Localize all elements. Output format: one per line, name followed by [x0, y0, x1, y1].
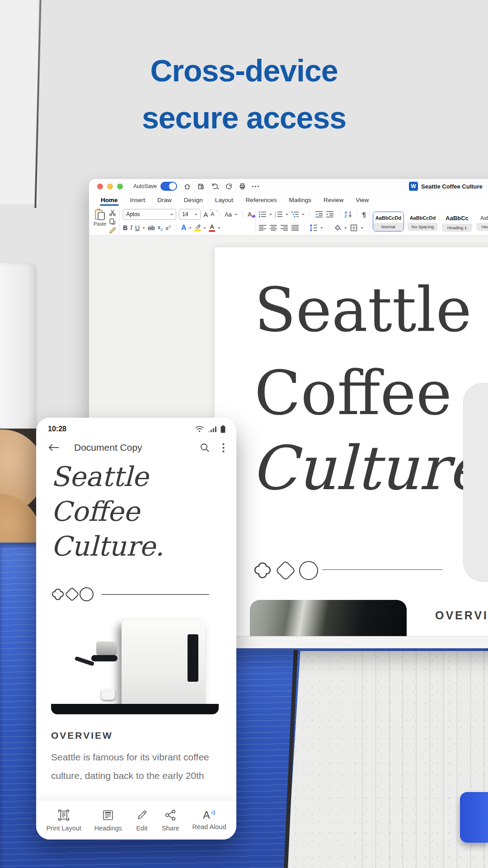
paste-button[interactable]: Paste: [94, 208, 106, 236]
redo-icon[interactable]: [225, 183, 233, 190]
phone-doc-heading-line-3: Culture.: [51, 529, 221, 564]
cellular-signal-icon: [208, 426, 216, 433]
strikethrough-button[interactable]: ab: [148, 224, 155, 231]
coffee-cup: [101, 689, 115, 700]
phone-ornament-shapes: [51, 587, 221, 601]
window-titlebar: AutoSave W Seattle Coffee Culture · S: [89, 179, 488, 193]
superscript-button[interactable]: x2: [165, 224, 171, 231]
autosave-toggle[interactable]: [160, 182, 177, 191]
tab-draw[interactable]: Draw: [157, 197, 172, 203]
more-commands-icon[interactable]: [252, 186, 259, 187]
line-spacing-icon[interactable]: [310, 224, 318, 232]
edit-button[interactable]: Edit: [135, 808, 149, 832]
back-arrow-icon[interactable]: [48, 443, 60, 452]
circle-shape: [80, 587, 94, 601]
divider-line: [322, 569, 442, 570]
shading-icon[interactable]: [333, 224, 342, 232]
tab-home[interactable]: Home: [101, 197, 118, 203]
align-right-icon[interactable]: [280, 224, 288, 232]
text-effects-button[interactable]: A: [181, 224, 187, 232]
document-identity: W Seattle Coffee Culture · S: [409, 179, 488, 193]
phone-bottom-toolbar: Print Layout Headings Edit Share A Read …: [36, 801, 236, 840]
chevron-down-icon: [189, 227, 192, 230]
tab-insert[interactable]: Insert: [130, 197, 145, 203]
font-color-button[interactable]: A: [209, 224, 215, 232]
decrease-indent-icon[interactable]: [315, 210, 323, 218]
font-size-select[interactable]: 14: [179, 209, 201, 220]
chevron-down-icon: [218, 227, 221, 230]
grow-font-button[interactable]: Aˆ: [203, 211, 208, 218]
ribbon: Paste Aptos 14 Aˆ Aˇ Aa: [89, 206, 488, 238]
document-saved-status: · S: [486, 183, 488, 189]
justify-icon[interactable]: [291, 224, 299, 232]
chevron-down-icon: [361, 227, 363, 230]
borders-icon[interactable]: [350, 224, 358, 232]
paste-label: Paste: [94, 221, 106, 226]
sort-button[interactable]: AZ: [344, 211, 352, 218]
chevron-down-icon: [203, 227, 206, 230]
read-aloud-icon: A: [203, 810, 215, 821]
multilevel-list-icon[interactable]: [291, 210, 299, 218]
tab-mailings[interactable]: Mailings: [289, 197, 311, 203]
document-page[interactable]: Seattle Coffee Culture OVERVIEW: [215, 247, 488, 637]
italic-button[interactable]: I: [130, 224, 132, 231]
hero-line-2: secure access: [0, 94, 488, 141]
tab-layout[interactable]: Layout: [215, 197, 234, 203]
background-blue-book: [460, 792, 488, 843]
highlight-button[interactable]: [194, 224, 201, 231]
font-name-select[interactable]: Aptos: [123, 209, 176, 220]
headings-button[interactable]: Headings: [94, 808, 122, 832]
numbered-list-icon[interactable]: 123: [275, 210, 283, 218]
phone-document[interactable]: Seattle Coffee Culture. OVERVIEW: [36, 459, 236, 785]
style-heading-2[interactable]: AaBbCcD Heading 2: [476, 212, 488, 231]
read-aloud-button[interactable]: A Read Aloud: [192, 810, 226, 830]
style-heading-1[interactable]: AaBbCc Heading 1: [441, 211, 473, 232]
ribbon-tab-bar: Home Insert Draw Design Layout Reference…: [89, 193, 488, 206]
minimize-window-button[interactable]: [107, 184, 113, 189]
chevron-down-icon: [235, 214, 237, 217]
underline-button[interactable]: U: [135, 224, 140, 231]
print-layout-icon: [57, 808, 70, 822]
close-window-button[interactable]: [97, 184, 103, 189]
undo-icon[interactable]: [211, 183, 219, 190]
align-center-icon[interactable]: [269, 224, 277, 232]
align-left-icon[interactable]: [258, 224, 267, 232]
print-icon[interactable]: [239, 183, 246, 190]
home-icon[interactable]: [183, 183, 191, 190]
zoom-window-button[interactable]: [117, 184, 123, 189]
battery-icon: [221, 425, 225, 433]
coffee-machine-body: [122, 620, 206, 711]
screenshot-stage: Cross-device secure access AutoSave W Se…: [0, 0, 488, 868]
side-panel-card: [463, 383, 488, 582]
clear-formatting-button[interactable]: A: [248, 211, 252, 218]
style-normal[interactable]: AaBbCcDd Normal: [373, 212, 404, 231]
phone-body-text: Seattle is famous for its vibrant coffee…: [51, 748, 221, 785]
change-case-button[interactable]: Aa: [225, 211, 232, 218]
shrink-font-button[interactable]: Aˇ: [211, 211, 214, 217]
format-painter-icon[interactable]: [109, 226, 116, 234]
subscript-button[interactable]: x2: [158, 224, 163, 232]
phone-doc-heading-line-1: Seattle: [51, 459, 221, 494]
word-mobile-app: 10:28 Document Copy Seattle Coffee Cultu…: [36, 418, 236, 840]
copy-icon[interactable]: [109, 218, 116, 225]
tab-references[interactable]: References: [245, 197, 277, 203]
tab-review[interactable]: Review: [324, 197, 343, 203]
bold-button[interactable]: B: [123, 224, 127, 231]
increase-indent-icon[interactable]: [326, 210, 334, 218]
print-layout-button[interactable]: Print Layout: [46, 808, 81, 832]
tab-view[interactable]: View: [356, 197, 369, 203]
wifi-icon: [195, 425, 204, 433]
show-formatting-marks-button[interactable]: ¶: [362, 211, 366, 218]
cut-icon[interactable]: [109, 209, 116, 217]
style-no-spacing[interactable]: AaBbCcDd No Spacing: [407, 212, 438, 231]
autosave-label: AutoSave: [133, 183, 157, 189]
tab-design[interactable]: Design: [184, 197, 203, 203]
search-icon[interactable]: [200, 443, 210, 453]
overflow-menu-icon[interactable]: [222, 443, 225, 453]
save-icon[interactable]: [197, 183, 205, 190]
hero-heading: Cross-device secure access: [0, 47, 488, 141]
bullet-list-icon[interactable]: [258, 210, 267, 218]
paragraph-group: 123 AZ ¶: [258, 208, 366, 236]
body-line-1: Seattle is famous for its vibrant coffee: [51, 748, 221, 766]
share-button[interactable]: Share: [162, 808, 179, 832]
